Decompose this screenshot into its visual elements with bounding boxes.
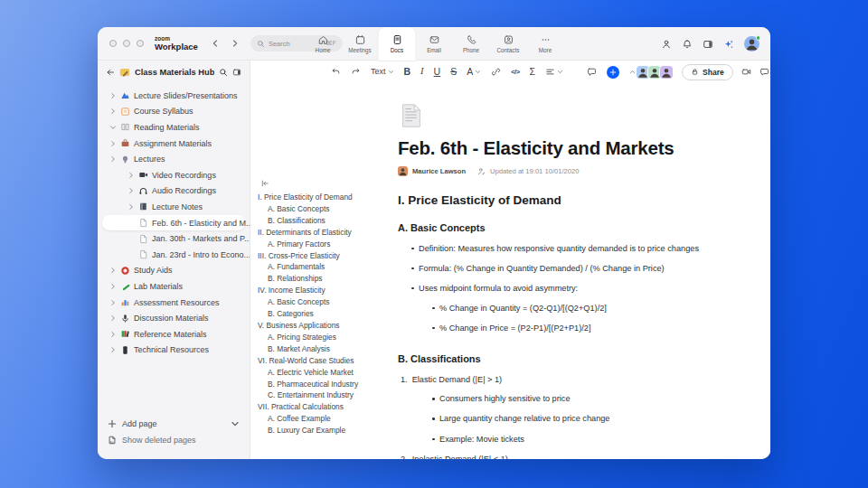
chevron-right-icon[interactable] — [109, 155, 117, 163]
link-button[interactable] — [491, 67, 501, 77]
chevron-right-icon[interactable] — [109, 267, 117, 274]
chevron-right-icon[interactable] — [127, 203, 135, 211]
doc-sub-bullet-item[interactable]: Consumers highly sensitive to price — [398, 394, 761, 404]
close-window-button[interactable] — [109, 40, 117, 47]
toc-item[interactable]: VII. Practical Calculations — [258, 401, 393, 413]
back-arrow-icon[interactable] — [211, 39, 220, 48]
toc-item[interactable]: V. Business Applications — [258, 320, 393, 332]
toc-item[interactable]: A. Basic Concepts — [258, 296, 393, 308]
tree-item-reading-materials[interactable]: Reading Materials — [98, 119, 250, 136]
toc-item[interactable]: A. Primary Factors — [258, 239, 393, 250]
share-button[interactable]: Share — [682, 64, 733, 80]
tab-contacts[interactable]: Contacts — [490, 27, 527, 61]
chevron-right-icon[interactable] — [127, 172, 135, 179]
user-avatar[interactable] — [744, 36, 760, 52]
profile-icon[interactable] — [661, 39, 672, 50]
panel-toggle-icon[interactable] — [703, 39, 713, 50]
sidebar-panel-icon[interactable] — [232, 68, 241, 77]
undo-button[interactable] — [331, 67, 341, 77]
chevron-right-icon[interactable] — [109, 108, 117, 115]
tree-item-assignment-materials[interactable]: Assignment Materials — [98, 136, 250, 152]
text-style-dropdown[interactable]: Text — [371, 68, 394, 76]
chevron-right-icon[interactable] — [109, 299, 117, 306]
tab-meetings[interactable]: Meetings — [342, 27, 379, 61]
chevron-right-icon[interactable] — [109, 140, 117, 147]
document-page-icon[interactable] — [398, 102, 425, 129]
toc-item[interactable]: B. Pharmaceutical Industry — [258, 379, 393, 390]
toc-item[interactable]: A. Basic Concepts — [258, 203, 393, 215]
show-deleted-pages-button[interactable]: Show deleted pages — [108, 432, 240, 448]
tree-item-technical-resources[interactable]: Technical Resources — [98, 343, 250, 359]
notifications-bell-icon[interactable] — [682, 39, 693, 50]
code-button[interactable]: </> — [511, 69, 519, 76]
chevron-right-icon[interactable] — [109, 346, 117, 353]
tree-item-discussion-materials[interactable]: Discussion Materials — [98, 310, 250, 326]
collapse-toc-icon[interactable] — [260, 179, 269, 188]
toc-item[interactable]: A. Coffee Example — [258, 413, 393, 425]
text-color-dropdown[interactable]: A — [467, 67, 481, 77]
forward-arrow-icon[interactable] — [231, 39, 240, 48]
sidebar-back-icon[interactable] — [106, 68, 115, 77]
tree-item-course-syllabus[interactable]: Course Syllabus — [98, 104, 250, 120]
toc-item[interactable]: I. Price Elasticity of Demand — [258, 192, 393, 203]
minimize-window-button[interactable] — [123, 40, 130, 47]
toc-item[interactable]: B. Categories — [258, 308, 393, 320]
chevron-right-icon[interactable] — [109, 92, 117, 99]
equation-button[interactable]: Σ — [530, 67, 536, 77]
tree-item-reference-materials[interactable]: Reference Materials — [98, 326, 250, 343]
doc-bullet-item[interactable]: Uses midpoint formula to avoid asymmetry… — [398, 284, 761, 294]
doc-sub-bullet-item[interactable]: Large quantity change relative to price … — [398, 414, 761, 424]
tab-email[interactable]: Email — [416, 27, 453, 61]
start-video-button[interactable] — [741, 67, 751, 77]
toc-item[interactable]: B. Relationships — [258, 273, 393, 285]
chevron-right-icon[interactable] — [109, 331, 117, 338]
chevron-down-icon[interactable] — [231, 419, 240, 428]
collaborator-avatar-3[interactable] — [659, 65, 674, 80]
toc-item[interactable]: C. Entertainment Industry — [258, 389, 393, 401]
tree-item-feb-6th-elasticity-and-m[interactable]: Feb. 6th - Elasticity and M... — [102, 215, 245, 231]
tab-docs[interactable]: Docs — [379, 27, 416, 61]
doc-sub-bullet-item[interactable]: % Change in Quantity = (Q2-Q1)/[(Q2+Q1)/… — [398, 304, 761, 314]
toc-item[interactable]: III. Cross-Price Elasticity — [258, 250, 393, 262]
tab-home[interactable]: Home — [305, 27, 342, 61]
toc-item[interactable]: B. Luxury Car Example — [258, 425, 393, 436]
toc-item[interactable]: B. Market Analysis — [258, 343, 393, 355]
tab-phone[interactable]: Phone — [453, 27, 490, 61]
tree-item-video-recordings[interactable]: Video Recordings — [98, 167, 250, 183]
maximize-window-button[interactable] — [137, 40, 144, 47]
tree-item-assessment-resources[interactable]: Assessment Resources — [98, 295, 250, 311]
doc-heading-3[interactable]: B. Classifications — [398, 353, 761, 364]
doc-numbered-item[interactable]: 2.Inelastic Demand (|E| < 1) — [398, 455, 761, 459]
tree-item-audio-recordings[interactable]: Audio Recordings — [98, 183, 250, 200]
insert-block-button[interactable] — [607, 66, 619, 79]
bold-button[interactable]: B — [404, 67, 411, 77]
ai-companion-icon[interactable] — [723, 39, 734, 50]
doc-bullet-item[interactable]: Formula: (% Change in Quantity Demanded)… — [398, 264, 761, 274]
doc-bullet-item[interactable]: Definition: Measures how responsive quan… — [398, 244, 761, 254]
collapse-toolbar-button[interactable] — [629, 69, 636, 75]
list-format-dropdown[interactable] — [545, 67, 563, 77]
tab-more[interactable]: More — [527, 27, 564, 61]
chevron-right-icon[interactable] — [127, 187, 135, 194]
tree-item-study-aids[interactable]: Study Aids — [98, 263, 250, 279]
toc-item[interactable]: VI. Real-World Case Studies — [258, 355, 393, 367]
tree-item-lectures[interactable]: Lectures — [98, 151, 250, 167]
add-page-button[interactable]: Add page — [108, 416, 240, 432]
chevron-down-icon[interactable] — [109, 124, 117, 131]
doc-heading-2[interactable]: I. Price Elasticity of Demand — [398, 193, 761, 207]
underline-button[interactable]: U — [434, 67, 441, 77]
doc-sub-bullet-item[interactable]: % Change in Price = (P2-P1)/[(P2+P1)/2] — [398, 324, 761, 333]
doc-heading-3[interactable]: A. Basic Concepts — [398, 222, 761, 233]
tree-item-jan-23rd-intro-to-econo[interactable]: Jan. 23rd - Intro to Econo... — [98, 247, 250, 263]
sidebar-search-icon[interactable] — [219, 68, 228, 77]
document-title[interactable]: Feb. 6th - Elasticity and Markets — [398, 137, 761, 159]
doc-numbered-item[interactable]: 1.Elastic Demand (|E| > 1) — [398, 375, 761, 384]
toc-item[interactable]: A. Pricing Strategies — [258, 332, 393, 343]
redo-button[interactable] — [351, 67, 361, 77]
doc-sub-bullet-item[interactable]: Example: Movie tickets — [398, 435, 761, 445]
tree-item-lecture-slides-presentations[interactable]: Lecture Slides/Presentations — [98, 88, 250, 104]
chat-button[interactable] — [760, 67, 769, 77]
toc-item[interactable]: IV. Income Elasticity — [258, 285, 393, 296]
toc-item[interactable]: II. Determinants of Elasticity — [258, 227, 393, 239]
italic-button[interactable]: I — [420, 67, 424, 77]
